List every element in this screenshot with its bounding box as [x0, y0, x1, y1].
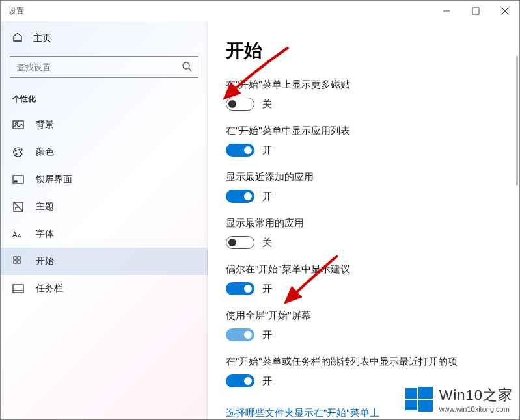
sidebar-item-label: 开始 [36, 256, 54, 267]
svg-point-9 [16, 153, 17, 155]
toggle-app-list[interactable] [226, 144, 254, 157]
sidebar-item-lockscreen[interactable]: 锁屏界面 [1, 166, 208, 193]
start-icon [12, 256, 24, 267]
titlebar: 设置 [1, 1, 519, 21]
search-input[interactable] [10, 56, 198, 78]
svg-point-7 [16, 123, 18, 125]
toggle-state-text: 开 [262, 375, 272, 387]
watermark: Win10之家 www.win10xitong.com [405, 386, 513, 413]
maximize-button[interactable] [461, 1, 490, 21]
toggle-more-tiles[interactable] [226, 98, 254, 111]
setting-label: 在"开始"菜单上显示更多磁贴 [226, 79, 501, 91]
toggle-state-text: 开 [262, 190, 272, 203]
sidebar-item-taskbar[interactable]: 任务栏 [1, 275, 208, 302]
setting-app-list: 在"开始"菜单中显示应用列表 开 [226, 125, 501, 157]
sidebar-item-label: 任务栏 [36, 283, 63, 295]
toggle-suggestions[interactable] [226, 282, 254, 295]
svg-point-4 [183, 62, 189, 69]
toggle-most-used[interactable] [226, 236, 254, 249]
toggle-state-text: 关 [262, 237, 272, 249]
setting-label: 显示最近添加的应用 [226, 171, 501, 183]
svg-rect-22 [405, 388, 417, 399]
setting-recent-apps: 显示最近添加的应用 开 [226, 171, 501, 203]
sidebar-item-label: 锁屏界面 [36, 174, 72, 185]
search-icon [182, 61, 192, 74]
svg-text:A: A [18, 233, 21, 239]
setting-label: 在"开始"菜单中显示应用列表 [226, 125, 501, 137]
window-controls [431, 1, 519, 21]
close-button[interactable] [490, 1, 519, 21]
folders-link[interactable]: 选择哪些文件夹显示在"开始"菜单上 [226, 407, 379, 419]
setting-label: 偶尔在"开始"菜单中显示建议 [226, 263, 501, 276]
toggle-recent-apps[interactable] [226, 190, 254, 203]
svg-rect-18 [14, 261, 16, 263]
svg-point-10 [19, 149, 20, 150]
svg-rect-17 [18, 257, 20, 259]
toggle-state-text: 开 [262, 144, 272, 157]
settings-window: 设置 主页 个性化 背景 [0, 0, 520, 420]
setting-label: 在"开始"菜单或任务栏的跳转列表中显示最近打开的项 [226, 356, 501, 368]
watermark-url: www.win10xitong.com [439, 405, 513, 413]
svg-rect-16 [14, 257, 16, 259]
setting-more-tiles: 在"开始"菜单上显示更多磁贴 关 [226, 79, 501, 111]
toggle-state-text: 开 [262, 283, 272, 295]
home-label: 主页 [33, 33, 51, 44]
svg-rect-12 [14, 181, 17, 182]
sidebar-item-colors[interactable]: 颜色 [1, 138, 208, 166]
setting-label: 使用全屏"开始"屏幕 [226, 309, 501, 322]
sidebar-item-label: 背景 [36, 119, 54, 131]
toggle-state-text: 开 [262, 329, 272, 341]
sidebar-item-themes[interactable]: 主题 [1, 193, 208, 220]
theme-icon [12, 201, 24, 213]
setting-fullscreen: 使用全屏"开始"屏幕 开 [226, 309, 501, 341]
sidebar-item-label: 主题 [36, 201, 54, 213]
setting-label: 显示最常用的应用 [226, 217, 501, 230]
setting-jumplist: 在"开始"菜单或任务栏的跳转列表中显示最近打开的项 开 [226, 356, 501, 387]
toggle-fullscreen[interactable] [226, 328, 254, 341]
setting-most-used: 显示最常用的应用 关 [226, 217, 501, 249]
page-title: 开始 [226, 38, 501, 63]
svg-rect-24 [405, 400, 417, 410]
minimize-button[interactable] [431, 1, 461, 21]
font-icon: AA [12, 228, 24, 240]
svg-rect-20 [13, 285, 23, 293]
home-icon [12, 32, 23, 44]
content-pane: 开始 在"开始"菜单上显示更多磁贴 关 在"开始"菜单中显示应用列表 开 显示最… [208, 21, 519, 419]
watermark-title: Win10之家 [439, 386, 513, 405]
sidebar-item-start[interactable]: 开始 [1, 248, 208, 275]
sidebar: 主页 个性化 背景 颜色 锁屏界面 [1, 21, 208, 419]
svg-rect-23 [418, 387, 433, 399]
toggle-jumplist[interactable] [226, 374, 254, 387]
svg-rect-1 [472, 8, 479, 14]
taskbar-icon [12, 283, 24, 295]
home-nav[interactable]: 主页 [1, 25, 208, 51]
section-title: 个性化 [1, 86, 208, 111]
window-title: 设置 [8, 6, 24, 17]
sidebar-item-fonts[interactable]: AA 字体 [1, 220, 208, 248]
svg-line-5 [189, 68, 191, 71]
sidebar-item-label: 颜色 [36, 146, 54, 158]
toggle-state-text: 关 [262, 98, 272, 111]
lockscreen-icon [12, 174, 24, 185]
windows-logo-icon [405, 386, 433, 413]
palette-icon [12, 146, 24, 158]
svg-rect-25 [418, 400, 433, 412]
svg-rect-19 [18, 261, 20, 263]
picture-icon [12, 119, 24, 131]
setting-suggestions: 偶尔在"开始"菜单中显示建议 开 [226, 263, 501, 295]
sidebar-item-label: 字体 [36, 228, 54, 240]
sidebar-item-background[interactable]: 背景 [1, 111, 208, 138]
search-wrap [10, 56, 198, 78]
svg-point-8 [15, 150, 16, 151]
svg-text:A: A [12, 231, 18, 239]
